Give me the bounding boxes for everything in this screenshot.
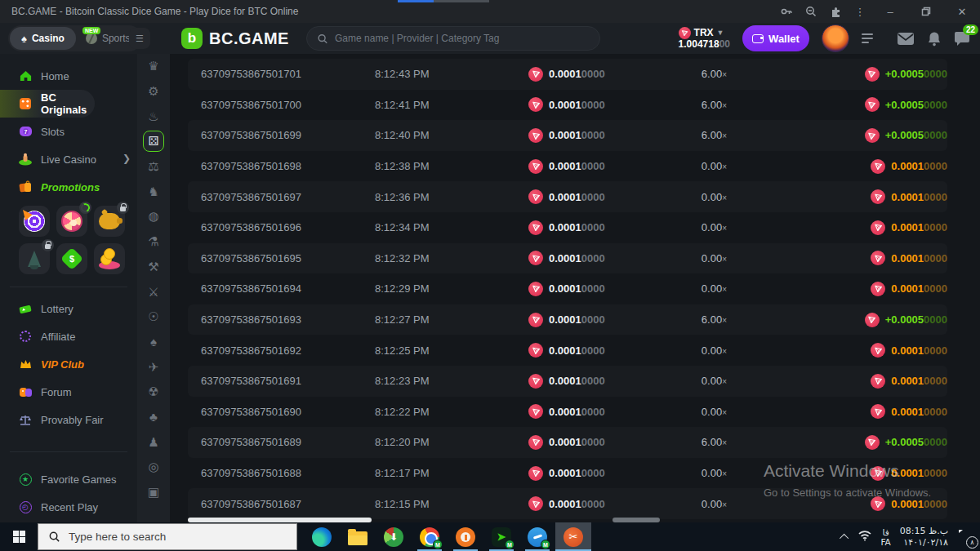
table-row[interactable]: 63709753867501700 8:12:41 PM 0.00010000 … [188,90,947,121]
rail-game-icon[interactable]: ⚒ [137,255,170,280]
trx-coin-icon [528,282,543,296]
browser-titlebar: BC.GAME - Bitcoin Classic Dice Game - Pl… [0,0,980,23]
currency-label: TRX [694,28,714,38]
game-search[interactable] [306,26,600,51]
tile-redeem-code[interactable]: $ [56,243,87,274]
language-indicator[interactable]: فا FA [881,527,891,547]
bet-multiplier: 6.00× [684,99,727,111]
sidebar-item-slots[interactable]: 7 Slots [0,118,137,145]
taskbar-chrome[interactable]: M [412,522,448,551]
sidebar-item-live-casino[interactable]: Live Casino [0,145,137,173]
search-icon [317,33,328,45]
taskbar-snipping-tool[interactable]: ✂ [555,522,591,551]
rail-game-icon[interactable]: ☉ [137,304,170,330]
minimize-button[interactable]: – [872,0,908,23]
taskbar-openvpn[interactable] [448,522,483,551]
trx-coin-icon [528,496,543,511]
sidebar-item-favorite-games[interactable]: ★ Favorite Games [0,465,137,493]
tab-strip-fragment [434,0,489,2]
profile-menu-icon[interactable] [862,33,873,43]
spin-progress-badge [79,202,91,214]
tile-lucky-wheel[interactable] [56,206,87,237]
rail-game-icon[interactable]: ▣ [137,480,170,505]
wifi-icon[interactable] [858,530,872,544]
zoom-out-icon[interactable] [799,0,823,23]
sidebar-item-label: Forum [41,386,72,398]
table-row[interactable]: 63709753867501696 8:12:34 PM 0.00010000 … [188,212,947,243]
tray-clock[interactable]: ب.ظ 08:15 ۱۴۰۱/۰۲/۱۸ [900,526,948,548]
search-input[interactable] [335,33,590,44]
brand[interactable]: b BC.GAME [181,28,289,49]
notifications-bell-icon[interactable] [927,31,942,47]
rail-game-icon[interactable]: ⚗ [137,229,170,255]
chat-icon[interactable]: 22 [954,31,970,47]
start-button[interactable] [0,522,38,551]
table-row[interactable]: 63709753867501698 8:12:38 PM 0.00010000 … [188,151,947,182]
table-row[interactable]: 63709753867501693 8:12:27 PM 0.00010000 … [188,304,947,335]
sidebar-item-provably-fair[interactable]: Provably Fair [0,406,137,433]
sidebar-item-bc-originals[interactable]: BC Originals [0,90,95,118]
key-icon[interactable] [774,0,799,23]
bet-amount: 0.00010000 [528,435,684,450]
sidebar-collapse-button[interactable]: ☰ [129,28,150,49]
rail-game-icon[interactable]: ⚙ [137,79,170,104]
taskbar-edge[interactable] [304,522,340,551]
rail-game-icon[interactable]: ⚄ [137,129,170,154]
sidebar-item-lottery[interactable]: Lottery [0,295,137,322]
svg-text:7: 7 [24,129,27,135]
avatar[interactable] [822,24,849,52]
action-center-icon[interactable]: ۸ [957,530,973,544]
table-row[interactable]: 63709753867501692 8:12:25 PM 0.00010000 … [188,335,947,366]
taskbar-app-blue[interactable]: M [519,522,555,551]
table-row[interactable]: 63709753867501699 8:12:40 PM 0.00010000 … [188,120,947,151]
rail-game-icon[interactable]: ✈ [137,354,170,380]
browser-menu-icon[interactable]: ⋮ [848,0,872,23]
sidebar-item-forum[interactable]: Forum [0,378,137,406]
table-row[interactable]: 63709753867501695 8:12:32 PM 0.00010000 … [188,243,947,274]
sidebar-item-affiliate[interactable]: Affiliate [0,322,137,350]
dice-icon [18,96,33,111]
table-row[interactable]: 63709753867501690 8:12:22 PM 0.00010000 … [188,397,947,428]
taskbar-file-explorer[interactable] [340,522,376,551]
rail-game-icon[interactable]: ♨ [137,104,170,129]
promotions-icon [18,180,33,194]
balance-selector[interactable]: TRX ▼ 1.00471800 [679,27,730,50]
rail-game-icon[interactable]: ◍ [137,204,170,229]
table-row[interactable]: 63709753867501691 8:12:23 PM 0.00010000 … [188,366,947,397]
sidebar-item-recent-play[interactable]: ◴ Recent Play [0,493,137,521]
table-row[interactable]: 63709753867501689 8:12:20 PM 0.00010000 … [188,427,947,458]
extensions-icon[interactable] [823,0,848,23]
rail-game-icon[interactable]: ◎ [137,455,170,480]
close-button[interactable]: ✕ [944,0,980,23]
rail-game-icon[interactable]: ♟ [137,429,170,455]
lock-icon [42,239,54,251]
table-row[interactable]: 63709753867501697 8:12:36 PM 0.00010000 … [188,181,947,212]
tile-spin-target[interactable] [19,206,50,237]
tile-rocket[interactable] [19,243,50,274]
sidebar-item-promotions[interactable]: Promotions [0,173,137,201]
table-row[interactable]: 63709753867501701 8:12:43 PM 0.00010000 … [188,59,947,90]
watermark-line2: Go to Settings to activate Windows. [764,487,931,499]
rail-game-icon[interactable]: ⚖ [137,154,170,180]
casino-tab[interactable]: ♠ Casino [10,27,76,50]
rail-game-icon[interactable]: ☢ [137,380,170,405]
taskbar-search[interactable]: Type here to search [38,523,297,550]
rail-game-icon[interactable]: ⚔ [137,279,170,304]
taskbar-idm[interactable]: ⬇ [376,522,412,551]
rail-game-icon[interactable]: ♠ [137,330,170,355]
rail-game-icon[interactable]: ♛ [137,54,170,79]
sidebar-item-vip-club[interactable]: VIP Club [0,350,137,378]
wallet-button[interactable]: Wallet [742,25,809,51]
bet-id: 63709753867501700 [201,99,375,111]
rail-game-icon[interactable]: ♞ [137,179,170,204]
divider [10,287,127,287]
tile-piggy-bank[interactable] [94,206,125,237]
notification-count-badge: ۸ [966,536,978,549]
mail-icon[interactable] [897,32,915,46]
sidebar-item-home[interactable]: Home [0,62,137,90]
table-row[interactable]: 63709753867501694 8:12:29 PM 0.00010000 … [188,273,947,304]
rail-game-icon[interactable]: ♣ [137,405,170,430]
tile-coin-drop[interactable] [94,243,125,274]
taskbar-app-green[interactable]: ➤M [483,522,519,551]
restore-button[interactable] [908,0,944,23]
